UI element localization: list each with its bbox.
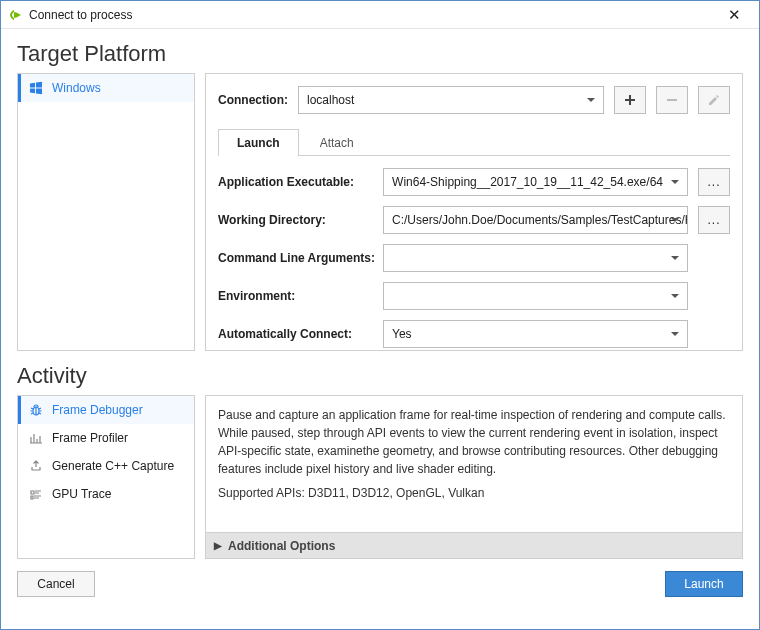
minus-icon — [665, 93, 679, 107]
activity-description: Pause and capture an application frame f… — [206, 396, 742, 532]
edit-connection-button[interactable] — [698, 86, 730, 114]
activity-item-frame-debugger[interactable]: Frame Debugger — [18, 396, 194, 424]
close-button[interactable]: ✕ — [717, 4, 751, 26]
auto-connect-label: Automatically Connect: — [218, 327, 373, 341]
activity-item-label: Frame Profiler — [52, 431, 128, 445]
section-heading-activity: Activity — [17, 363, 743, 389]
window-title: Connect to process — [29, 8, 717, 22]
chevron-right-icon: ▶ — [214, 540, 222, 551]
title-bar: Connect to process ✕ — [1, 1, 759, 29]
launch-attach-tabs: Launch Attach — [218, 128, 730, 156]
nvidia-logo-icon — [9, 8, 23, 22]
export-icon — [28, 459, 44, 473]
launch-form: Application Executable: 64/Release/Hellb… — [218, 156, 730, 358]
add-connection-button[interactable] — [614, 86, 646, 114]
environment-combo[interactable] — [383, 282, 688, 310]
work-dir-combo[interactable]: C:/Users/John.Doe/Documents/Samples/Test… — [383, 206, 688, 234]
work-dir-label: Working Directory: — [218, 213, 373, 227]
activity-item-label: Generate C++ Capture — [52, 459, 174, 473]
activity-item-gpu-trace[interactable]: GPU Trace — [18, 480, 194, 508]
windows-icon — [28, 81, 44, 95]
auto-connect-combo[interactable]: Yes — [383, 320, 688, 348]
section-heading-target-platform: Target Platform — [17, 41, 743, 67]
activity-item-frame-profiler[interactable]: Frame Profiler — [18, 424, 194, 452]
platform-list: Windows — [17, 73, 195, 351]
tab-attach[interactable]: Attach — [301, 129, 373, 156]
dialog-footer: Cancel Launch — [17, 571, 743, 597]
platform-item-label: Windows — [52, 81, 101, 95]
activity-item-label: Frame Debugger — [52, 403, 143, 417]
cmd-args-label: Command Line Arguments: — [218, 251, 373, 265]
cancel-button[interactable]: Cancel — [17, 571, 95, 597]
environment-label: Environment: — [218, 289, 373, 303]
additional-options-expander[interactable]: ▶ Additional Options — [206, 532, 742, 558]
bug-icon — [28, 403, 44, 417]
svg-rect-0 — [667, 99, 677, 101]
activity-item-generate-cpp-capture[interactable]: Generate C++ Capture — [18, 452, 194, 480]
connection-label: Connection: — [218, 93, 288, 107]
activity-list: Frame Debugger Frame Profiler Generate C… — [17, 395, 195, 559]
app-exe-browse-button[interactable]: ... — [698, 168, 730, 196]
platform-item-windows[interactable]: Windows — [18, 74, 194, 102]
app-exe-label: Application Executable: — [218, 175, 373, 189]
dialog-body: Target Platform Windows Connection: loca… — [1, 29, 759, 629]
cmd-args-combo[interactable] — [383, 244, 688, 272]
pencil-icon — [707, 93, 721, 107]
activity-description-panel: Pause and capture an application frame f… — [205, 395, 743, 559]
bar-chart-icon — [28, 431, 44, 445]
work-dir-browse-button[interactable]: ... — [698, 206, 730, 234]
app-exe-combo[interactable]: 64/Release/HellbladeGame-Win64-Shipping_… — [383, 168, 688, 196]
tab-launch[interactable]: Launch — [218, 129, 299, 156]
remove-connection-button[interactable] — [656, 86, 688, 114]
plus-icon — [623, 93, 637, 107]
connection-combo[interactable]: localhost — [298, 86, 604, 114]
connection-panel: Connection: localhost Launch Attach — [205, 73, 743, 351]
launch-button[interactable]: Launch — [665, 571, 743, 597]
trace-icon — [28, 487, 44, 501]
activity-item-label: GPU Trace — [52, 487, 111, 501]
